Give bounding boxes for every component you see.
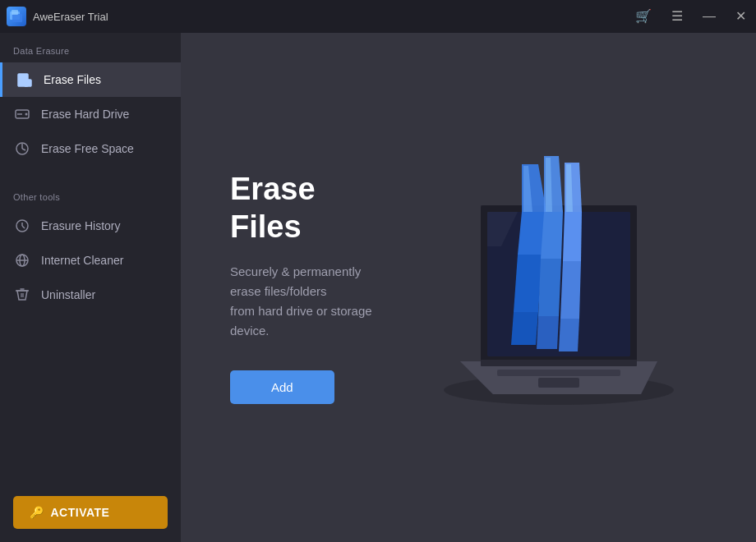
other-tools-section-label: Other tools <box>0 179 181 209</box>
svg-point-11 <box>25 113 28 116</box>
activate-label: ACTIVATE <box>51 506 110 519</box>
erase-files-label: Erase Files <box>44 73 101 86</box>
sidebar-item-erase-files[interactable]: Erase Files <box>0 62 181 97</box>
activate-button[interactable]: 🔑 ACTIVATE <box>13 496 168 529</box>
page-description: Securely & permanently erase files/folde… <box>230 262 394 341</box>
sidebar: Data Erasure Erase Files <box>0 33 181 542</box>
data-erasure-section-label: Data Erasure <box>0 33 181 62</box>
svg-rect-29 <box>481 360 637 366</box>
sidebar-item-erase-hard-drive[interactable]: Erase Hard Drive <box>0 97 181 131</box>
erase-files-icon <box>16 71 34 89</box>
sidebar-item-erasure-history[interactable]: Erasure History <box>0 209 181 243</box>
svg-rect-27 <box>497 370 620 376</box>
app-title: AweEraser Trial <box>33 11 108 23</box>
cart-button[interactable]: 🛒 <box>632 8 655 25</box>
app-icon <box>7 7 26 26</box>
svg-line-16 <box>22 226 25 228</box>
erase-free-space-label: Erase Free Space <box>41 142 134 155</box>
minimize-button[interactable]: — <box>699 8 719 25</box>
page-title: Erase Files <box>230 171 394 246</box>
erasure-history-label: Erasure History <box>41 219 120 232</box>
main-content: Erase Files Securely & permanently erase… <box>181 33 756 542</box>
menu-button[interactable]: ☰ <box>668 8 686 25</box>
close-button[interactable]: ✕ <box>732 8 749 25</box>
erase-free-space-icon <box>13 140 31 158</box>
erase-hard-drive-label: Erase Hard Drive <box>41 108 129 121</box>
illustration <box>394 148 707 427</box>
sidebar-item-uninstaller[interactable]: Uninstaller <box>0 278 181 312</box>
key-icon: 🔑 <box>30 506 44 519</box>
uninstaller-icon <box>13 286 31 304</box>
sidebar-item-internet-cleaner[interactable]: Internet Cleaner <box>0 243 181 278</box>
svg-rect-1 <box>12 14 22 22</box>
erasure-history-icon <box>13 217 31 235</box>
internet-cleaner-label: Internet Cleaner <box>41 254 123 267</box>
sidebar-item-erase-free-space[interactable]: Erase Free Space <box>0 131 181 166</box>
uninstaller-label: Uninstaller <box>41 288 95 301</box>
titlebar-controls: 🛒 ☰ — ✕ <box>632 8 749 25</box>
add-button[interactable]: Add <box>230 370 334 404</box>
titlebar: AweEraser Trial 🛒 ☰ — ✕ <box>0 0 756 33</box>
svg-rect-2 <box>12 10 18 15</box>
titlebar-left: AweEraser Trial <box>7 7 108 26</box>
erase-hard-drive-icon <box>13 105 31 123</box>
app-body: Data Erasure Erase Files <box>0 33 756 542</box>
svg-rect-28 <box>538 378 579 388</box>
internet-cleaner-icon <box>13 251 31 269</box>
content-left: Erase Files Securely & permanently erase… <box>230 171 394 404</box>
